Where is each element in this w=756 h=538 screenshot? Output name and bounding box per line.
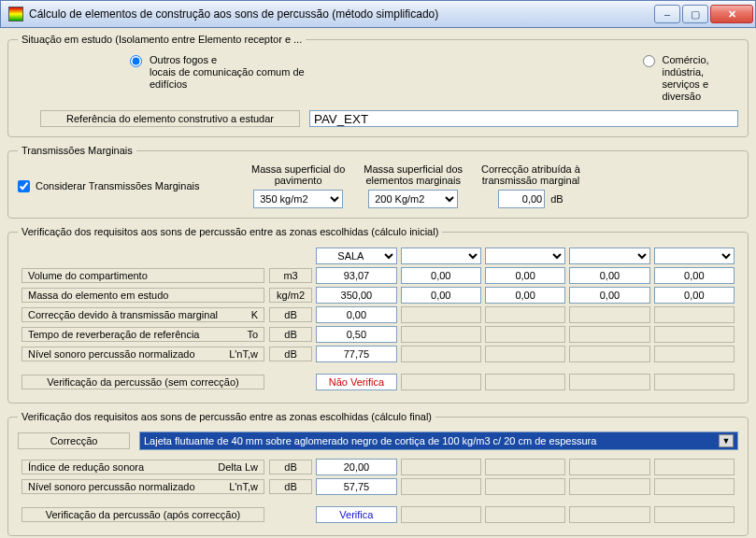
value-cell — [569, 326, 649, 343]
close-button[interactable]: ✕ — [710, 5, 753, 23]
value-cell[interactable]: 0,50 — [316, 326, 396, 343]
label-referencia: Referência do elemento construtivo a est… — [40, 110, 300, 127]
value-cell[interactable]: 77,75 — [316, 346, 396, 362]
value-cell — [485, 326, 565, 343]
verify-cell — [485, 506, 565, 523]
verify-cell — [401, 374, 481, 390]
value-cell[interactable]: 350,00 — [316, 287, 396, 304]
group-calculo-final: Verificação dos requisitos aos sons de p… — [7, 411, 749, 536]
select-massa-marginais[interactable]: 200 Kg/m2 — [368, 190, 458, 208]
group-situacao: Situação em estudo (Isolamento entre Ele… — [7, 34, 749, 137]
row-label: Nível sonoro percussão normalizadoL'nT,w — [21, 347, 264, 361]
verify-cell — [485, 374, 565, 390]
legend-situacao: Situação em estudo (Isolamento entre Ele… — [18, 34, 306, 45]
legend-calculo-inicial: Verificação dos requisitos aos sons de p… — [18, 226, 442, 237]
legend-transmissoes: Transmissões Marginais — [18, 145, 136, 156]
select-massa-pavimento[interactable]: 350 kg/m2 — [253, 190, 343, 208]
verify-cell: Não Verifica — [316, 374, 396, 390]
unit-db: dB — [550, 193, 563, 205]
verify-cell: Verifica — [316, 506, 396, 523]
chevron-down-icon: ▼ — [719, 434, 734, 447]
value-cell[interactable]: 0,00 — [401, 267, 481, 284]
radio-comercio[interactable] — [643, 55, 655, 67]
select-zona-3[interactable] — [485, 248, 565, 264]
value-cell — [569, 478, 649, 495]
value-cell — [485, 459, 565, 475]
label-comercio: Comércio, indústria, serviços e diversão — [663, 54, 739, 103]
value-cell — [485, 306, 565, 323]
value-cell — [654, 478, 735, 495]
value-cell[interactable]: 0,00 — [485, 287, 565, 304]
value-cell — [401, 459, 481, 475]
select-zona-1[interactable]: SALA — [316, 248, 396, 264]
window-title: Cálculo de elementos de construção aos s… — [29, 7, 654, 21]
value-cell — [569, 459, 649, 475]
row-verificacao: Verificação da percussão (após correcção… — [21, 507, 264, 522]
value-cell — [485, 478, 565, 495]
row-verificacao: Verificação da percussão (sem correcção) — [21, 375, 264, 389]
value-cell — [401, 346, 481, 362]
row-label: Tempo de reverberação de referênciaTo — [21, 327, 264, 342]
value-cell[interactable]: 0,00 — [569, 267, 649, 284]
legend-calculo-final: Verificação dos requisitos aos sons de p… — [18, 411, 435, 422]
select-correccao-value: Lajeta flutuante de 40 mm sobre aglomera… — [144, 435, 596, 446]
unit-cell: kg/m2 — [269, 288, 312, 303]
value-cell — [654, 326, 735, 343]
unit-cell: m3 — [269, 268, 312, 283]
checkbox-considerar-tm[interactable] — [18, 180, 30, 192]
label-considerar-tm: Considerar Transmissões Marginais — [36, 180, 199, 191]
select-zona-4[interactable] — [569, 248, 649, 264]
value-cell[interactable]: 0,00 — [316, 306, 396, 323]
label-massa-pavimento: Massa superficial do pavimento — [251, 163, 345, 186]
input-correccao-tm[interactable] — [498, 190, 545, 208]
unit-cell: dB — [269, 460, 312, 474]
value-cell — [485, 346, 565, 362]
value-cell[interactable]: 20,00 — [316, 459, 396, 475]
value-cell — [569, 306, 649, 323]
group-calculo-inicial: Verificação dos requisitos aos sons de p… — [7, 226, 749, 404]
row-label: Índice de redução sonoraDelta Lw — [21, 460, 264, 474]
row-label: Nível sonoro percussão normalizadoL'nT,w — [21, 479, 264, 494]
value-cell — [654, 306, 735, 323]
radio-outros-fogos[interactable] — [130, 55, 142, 67]
select-zona-2[interactable] — [401, 248, 481, 264]
verify-cell — [569, 506, 649, 523]
verify-cell — [654, 374, 735, 390]
group-transmissoes: Transmissões Marginais Considerar Transm… — [7, 145, 749, 219]
value-cell — [401, 478, 481, 495]
app-icon — [8, 7, 23, 21]
unit-cell: dB — [269, 307, 312, 322]
minimize-button[interactable]: – — [654, 5, 680, 23]
label-outros-fogos: Outros fogos e locais de comunicação com… — [150, 54, 316, 91]
value-cell[interactable]: 0,00 — [569, 287, 649, 304]
row-label: Correcção devido à transmissão marginalK — [21, 307, 264, 322]
value-cell[interactable]: 0,00 — [654, 267, 735, 284]
maximize-button[interactable]: ▢ — [682, 5, 708, 23]
label-correccao: Correcção — [18, 432, 130, 449]
value-cell — [569, 346, 649, 362]
verify-cell — [401, 506, 481, 523]
value-cell[interactable]: 0,00 — [485, 267, 565, 284]
value-cell[interactable]: 0,00 — [654, 287, 735, 304]
value-cell — [401, 306, 481, 323]
unit-cell: dB — [269, 479, 312, 494]
label-massa-marginais: Massa superficial dos elementos marginai… — [364, 163, 463, 186]
row-label: Massa do elemento em estudo — [21, 288, 264, 303]
unit-cell: dB — [269, 327, 312, 342]
select-zona-5[interactable] — [654, 248, 735, 264]
label-correccao-tm: Correcção atribuída à transmissão margin… — [481, 163, 580, 186]
value-cell[interactable]: 0,00 — [401, 287, 481, 304]
verify-cell — [569, 374, 649, 390]
row-label: Volume do compartimento — [21, 268, 264, 283]
value-cell — [654, 459, 735, 475]
input-referencia[interactable] — [309, 110, 738, 127]
unit-cell: dB — [269, 347, 312, 361]
value-cell[interactable]: 57,75 — [316, 478, 396, 495]
value-cell — [401, 326, 481, 343]
value-cell — [654, 346, 735, 362]
verify-cell — [654, 506, 735, 523]
value-cell[interactable]: 93,07 — [316, 267, 396, 284]
select-correccao[interactable]: Lajeta flutuante de 40 mm sobre aglomera… — [139, 432, 738, 450]
window-titlebar: Cálculo de elementos de construção aos s… — [0, 0, 756, 28]
